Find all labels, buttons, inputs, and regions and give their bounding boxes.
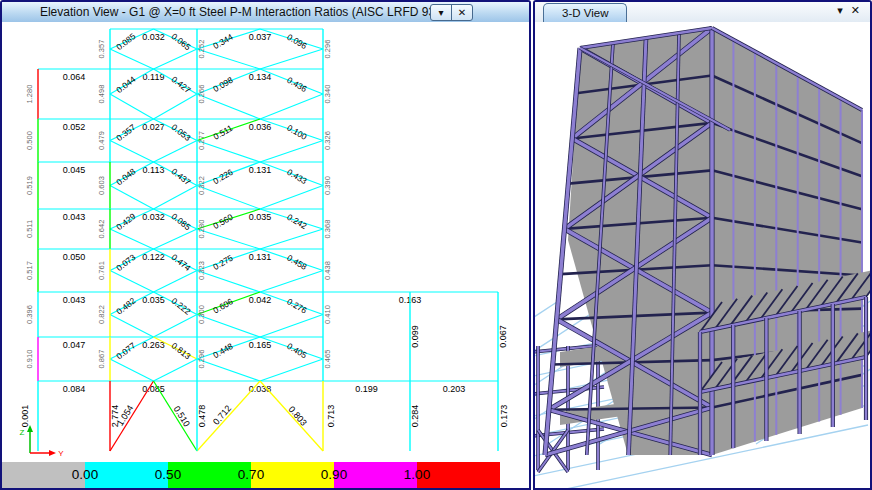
brace-member — [260, 141, 323, 163]
beam-ratio-label: 0.134 — [249, 72, 272, 82]
brace-member — [154, 381, 198, 451]
column-ratio-label: 0.867 — [97, 350, 106, 369]
brace-ratio-label: 0.242 — [285, 212, 309, 231]
beam-ratio-label: 0.199 — [355, 384, 378, 394]
beam-ratio-label: 0.203 — [443, 384, 466, 394]
brace-member — [197, 49, 260, 69]
brace-member — [154, 141, 198, 163]
column-ratio-label: 0.266 — [197, 85, 206, 104]
brace-ratio-label: 0.510 — [172, 404, 192, 428]
legend-value-label: 0.70 — [238, 462, 264, 488]
brace-member — [154, 229, 198, 249]
brace-ratio-label: 0.482 — [114, 295, 137, 316]
brace-ratio-label: 0.436 — [285, 75, 309, 94]
brace-member — [154, 186, 198, 210]
brace-ratio-label: 0.085 — [170, 211, 193, 232]
brace-member — [197, 186, 260, 210]
column-ratio-label: 0.277 — [197, 131, 206, 150]
brace-member — [197, 141, 260, 163]
column-ratio-label: 0.498 — [97, 85, 106, 104]
brace-ratio-label: 0.065 — [170, 31, 193, 52]
column-ratio-label: 0.478 — [197, 405, 207, 428]
elevation-titlebar[interactable]: Elevation View - G1 @ X=0 ft Steel P-M I… — [2, 2, 529, 23]
brace-ratio-label: 0.100 — [285, 123, 309, 142]
column-ratio-label: 0.067 — [498, 325, 508, 348]
brace-member — [260, 186, 323, 210]
legend-value-label: 1.00 — [404, 462, 430, 488]
view3d-window: 3-D View ▾ ✕ — [533, 0, 872, 490]
legend-value-label: 0.00 — [72, 462, 98, 488]
beam-ratio-label: 0.165 — [249, 340, 272, 350]
elevation-canvas[interactable]: 0.0320.0370.0850.0650.3440.0960.3570.252… — [2, 22, 529, 462]
beam-ratio-label: 0.032 — [142, 212, 165, 222]
beam-ratio-label: 0.052 — [63, 122, 86, 132]
column-ratio-label: 0.340 — [323, 85, 332, 104]
brace-ratio-label: 0.048 — [114, 166, 137, 187]
brace-member — [110, 359, 154, 381]
window-dropdown-button[interactable]: ▾ — [431, 5, 452, 20]
legend-value-label: 0.90 — [321, 462, 347, 488]
brace-member — [154, 315, 198, 338]
brace-member — [197, 94, 260, 119]
brace-ratio-label: 0.429 — [114, 211, 137, 232]
column-ratio-label: 0.910 — [25, 350, 34, 369]
column-ratio-label: 0.296 — [323, 40, 332, 59]
brace-member — [260, 94, 323, 119]
brace-member — [197, 359, 260, 381]
z-axis-label: Z — [20, 428, 25, 437]
column-ratio-label: 0.173 — [499, 405, 509, 428]
window-close-button[interactable]: ✕ — [452, 5, 472, 20]
view3d-titlebar[interactable]: 3-D View ▾ ✕ — [535, 2, 870, 23]
column-ratio-label: 0.390 — [323, 176, 332, 195]
brace-ratio-label: 0.511 — [212, 123, 235, 142]
brace-ratio-label: 0.344 — [211, 32, 235, 51]
view3d-window-controls: ▾ ✕ — [837, 4, 860, 17]
beam-ratio-label: 0.035 — [249, 212, 272, 222]
brace-member — [260, 229, 323, 249]
column-ratio-label: 2.774 — [110, 405, 120, 428]
brace-member — [110, 315, 154, 338]
column-ratio-label: 0.410 — [323, 305, 332, 324]
column-ratio-label: 0.603 — [97, 176, 106, 195]
column-ratio-label: 0.099 — [410, 325, 420, 348]
brace-member — [110, 271, 154, 293]
y-axis-label: Y — [58, 449, 64, 458]
column-ratio-label: 0.300 — [197, 305, 206, 324]
column-ratio-label: 0.511 — [25, 220, 34, 238]
brace-ratio-label: 0.053 — [170, 122, 193, 143]
brace-ratio-label: 0.085 — [114, 31, 137, 52]
window-close-button[interactable]: ✕ — [851, 4, 860, 17]
brace-ratio-label: 0.803 — [287, 404, 309, 428]
brace-ratio-label: 0.813 — [170, 340, 193, 361]
elevation-window-title: Elevation View - G1 @ X=0 ft Steel P-M I… — [2, 2, 477, 22]
brace-member — [110, 94, 154, 119]
beam-ratio-label: 0.047 — [63, 340, 86, 350]
brace-ratio-label: 0.226 — [211, 167, 235, 186]
brace-ratio-label: 0.275 — [211, 253, 235, 272]
brace-ratio-label: 0.448 — [211, 341, 235, 360]
column-ratio-label: 0.001 — [20, 405, 30, 428]
brace-member — [260, 315, 323, 338]
brace-ratio-label: 0.357 — [114, 122, 137, 143]
brace-member — [110, 49, 154, 69]
view3d-tab[interactable]: 3-D View — [543, 3, 627, 23]
column-ratio-label: 0.517 — [25, 261, 34, 280]
application: Elevation View - G1 @ X=0 ft Steel P-M I… — [0, 0, 872, 490]
column-ratio-label: 0.252 — [197, 40, 206, 59]
window-dropdown-button[interactable]: ▾ — [837, 4, 843, 17]
view3d-content — [535, 22, 870, 488]
brace-ratio-label: 0.433 — [285, 167, 309, 186]
brace-member — [154, 49, 198, 69]
beam-ratio-label: 0.043 — [63, 295, 86, 305]
brace-ratio-label: 0.405 — [285, 341, 309, 360]
elevation-window-controls: ▾ ✕ — [430, 4, 473, 21]
beam-ratio-label: 0.045 — [63, 165, 86, 175]
ratio-color-legend: 0.000.500.700.901.00 — [2, 462, 500, 488]
column-ratio-label: 0.519 — [25, 176, 34, 195]
view3d-canvas[interactable] — [535, 22, 870, 488]
column-ratio-label: 0.642 — [97, 220, 106, 239]
brace-ratio-label: 0.077 — [114, 340, 137, 361]
column-ratio-label: 0.438 — [323, 261, 332, 280]
legend-value-label: 0.50 — [155, 462, 181, 488]
brace-member — [110, 229, 154, 249]
